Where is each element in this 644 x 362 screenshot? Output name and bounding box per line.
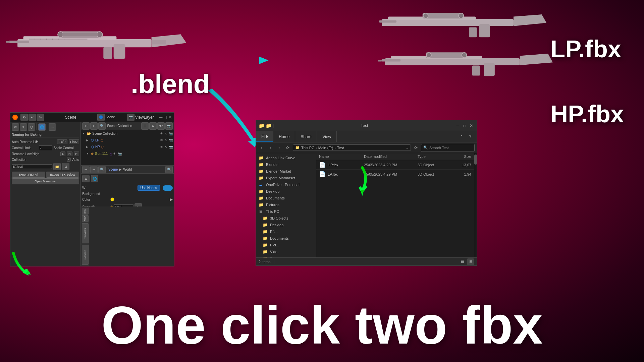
visibility-btn[interactable]: 👁 <box>160 132 163 135</box>
lp-item[interactable]: ▶ ⬡ LP ⬡ 👁 ↖ 📷 <box>81 137 174 143</box>
outliner-search[interactable]: 🔍 <box>98 122 106 130</box>
outliner-filter-btn[interactable]: ☰ <box>141 122 149 130</box>
nav-blender-market[interactable]: 📁 Blender Market <box>256 168 316 175</box>
address-path[interactable]: 📁 This PC › Main (E:) › Test ⌄ <box>293 144 411 151</box>
scrollbar-thumb[interactable] <box>474 155 477 165</box>
export-fbx-select-btn[interactable]: Export FBX Select <box>46 172 79 178</box>
outliner-refresh-btn[interactable]: ↻ <box>149 122 157 130</box>
gun-render-btn[interactable]: 📷 <box>118 152 122 156</box>
lp-render-btn[interactable]: 📷 <box>169 138 173 142</box>
control-limit-input[interactable] <box>39 145 52 150</box>
gun-vis-btn[interactable]: 👁 <box>113 152 116 156</box>
forward-btn[interactable]: › <box>267 144 274 152</box>
hp-item[interactable]: ▶ ⬡ HP ⬡ 👁 ↖ 📷 <box>81 143 174 150</box>
path-dropdown[interactable]: ⌄ <box>406 145 409 150</box>
nav-onedrive[interactable]: ☁ OneDrive - Personal <box>256 181 316 188</box>
world-search-btn[interactable]: 🔍 <box>98 166 106 173</box>
color-expand-btn[interactable]: ▶ <box>170 197 173 202</box>
use-nodes-btn[interactable]: Use Nodes <box>138 185 160 191</box>
strength-expand-btn[interactable]: ▶ <box>135 203 142 206</box>
scene-type-btn[interactable]: 🌐 <box>38 123 46 131</box>
use-nodes-toggle[interactable] <box>163 185 173 191</box>
nav-docs-2[interactable]: 📁 E:\... <box>256 228 316 235</box>
nav-this-pc[interactable]: 🖥 This PC <box>256 208 316 215</box>
render-action-btn[interactable]: 📷 <box>169 132 173 135</box>
list-view-btn[interactable]: ☰ <box>459 258 466 265</box>
blender-close-btn[interactable]: ✕ <box>168 115 172 120</box>
outliner-tool-2[interactable]: ↩ <box>90 122 98 130</box>
ribbon-tab-file[interactable]: File <box>256 131 273 142</box>
content-scrollbar[interactable] <box>474 153 477 257</box>
col-type-header[interactable]: Type <box>418 155 451 159</box>
outliner-render-btn[interactable]: 📷 <box>165 122 173 130</box>
side-tool-1[interactable]: Tool <box>82 208 89 215</box>
nav-videos[interactable]: 📁 Vide... <box>256 248 316 255</box>
path-browse-btn[interactable]: 📁 <box>53 163 61 170</box>
exp-marma[interactable]: Exp Marma <box>82 223 89 243</box>
hp-file-row[interactable]: 📄 HP.fbx 25/05/2023 4:29 PM 3D Object 13… <box>316 160 474 170</box>
expand-ribbon-btn[interactable]: ⌃ <box>458 133 465 140</box>
up-btn[interactable]: ↑ <box>275 144 283 152</box>
blender-tool-btn[interactable]: ⚙ <box>20 114 28 121</box>
blender-maximize-btn[interactable]: □ <box>164 115 167 120</box>
mesh-btn[interactable]: ⬡ <box>28 123 35 131</box>
lp-sel-btn[interactable]: ↖ <box>165 138 167 142</box>
ribbon-tab-share[interactable]: Share <box>295 131 317 142</box>
blender-minimize-btn[interactable]: ─ <box>159 115 163 120</box>
hp-vis-btn[interactable]: 👁 <box>160 145 163 149</box>
link-curve[interactable]: Link Curve <box>82 245 89 265</box>
path-settings-btn[interactable]: ⚙ <box>62 163 69 170</box>
nav-desktop-2[interactable]: 📁 Desktop <box>256 222 316 228</box>
outliner-tool-1[interactable]: ↩ <box>82 122 90 130</box>
open-marmoset-btn[interactable]: Open Marmoset <box>12 178 79 184</box>
blender-tool-btn-3[interactable]: ↪ <box>37 114 44 121</box>
world-tool-1[interactable]: ↩ <box>82 166 90 173</box>
explorer-minimize-btn[interactable]: ─ <box>455 123 461 128</box>
l-btn[interactable]: L <box>60 152 65 156</box>
color-dot[interactable] <box>110 197 114 201</box>
scene-breadcrumb-link[interactable]: Scene <box>108 168 118 171</box>
nav-pictures[interactable]: 📁 Pictures <box>256 201 316 208</box>
gun-item[interactable]: ▼ ⊕ Gun.111 △ 👁 📷 <box>81 150 174 157</box>
nav-music[interactable]: 📁 Documents <box>256 235 316 242</box>
world-icon-tab-2[interactable]: 🌐 <box>91 175 98 182</box>
col-size-header[interactable]: Size <box>451 155 471 159</box>
hp-render-btn[interactable]: 📷 <box>169 145 173 149</box>
nav-addon-link-curve[interactable]: 📁 Addon Link Curve <box>256 155 316 161</box>
options-btn[interactable]: ⋯ <box>49 123 56 131</box>
back-btn[interactable]: ‹ <box>258 144 265 152</box>
col-date-header[interactable]: Date modified <box>364 155 418 159</box>
detail-view-btn[interactable]: ⊞ <box>467 258 474 265</box>
strength-input[interactable] <box>114 204 134 206</box>
lp-vis-btn[interactable]: 👁 <box>160 138 163 142</box>
nav-pictures-2[interactable]: 📁 Pict... <box>256 242 316 248</box>
explorer-close-btn[interactable]: ✕ <box>469 123 474 128</box>
refresh-btn[interactable]: ⟳ <box>284 144 291 152</box>
view-btn[interactable]: 👁 <box>12 123 19 131</box>
world-filter-btn[interactable]: 🔍 <box>165 166 173 173</box>
world-breadcrumb-label[interactable]: World <box>123 168 132 171</box>
outliner-view-btn[interactable]: 👁 <box>157 122 165 130</box>
lp-file-row[interactable]: 📄 LP.fbx 25/05/2023 4:29 PM 3D Object 1,… <box>316 170 474 179</box>
r-btn[interactable]: R <box>74 152 79 156</box>
ribbon-tab-home[interactable]: Home <box>273 131 295 142</box>
world-tool-2[interactable]: ↩ <box>90 166 98 173</box>
nav-desktop[interactable]: 📁 Desktop <box>256 188 316 195</box>
col-name-header[interactable]: Name <box>319 155 364 159</box>
export-fbx-all-btn[interactable]: Export FBX All <box>12 172 45 178</box>
collection-checkbox[interactable] <box>67 158 71 162</box>
scene-collection-row[interactable]: ▼ 📂 Scene Collection 👁 ↖ 📷 <box>81 130 174 137</box>
ribbon-tab-view[interactable]: View <box>317 131 337 142</box>
explorer-maximize-btn[interactable]: □ <box>462 123 467 128</box>
world-icon-tab-1[interactable]: ⚙ <box>82 175 90 182</box>
fix-p-btn[interactable]: Fix/P <box>57 139 67 144</box>
nav-3d-objects[interactable]: 📁 3D Objects <box>256 215 316 222</box>
hp-sel-btn[interactable]: ↖ <box>165 145 167 149</box>
nav-export-marmaset[interactable]: 📁 Export_Marmaset <box>256 175 316 181</box>
select-action-btn[interactable]: ↖ <box>165 132 167 135</box>
h-btn[interactable]: H <box>67 152 72 156</box>
side-tool-2[interactable]: View <box>82 215 89 222</box>
nav-blender[interactable]: 📁 Blender <box>256 161 316 168</box>
export-path-input[interactable] <box>12 164 52 169</box>
nav-documents[interactable]: 📁 Documents <box>256 195 316 201</box>
